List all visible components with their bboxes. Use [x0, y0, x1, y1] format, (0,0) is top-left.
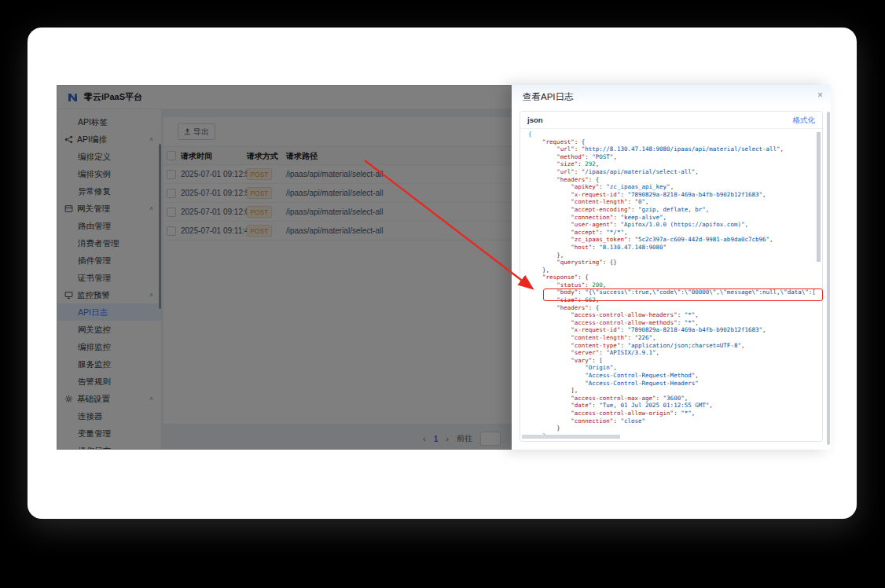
code-line: { — [528, 130, 815, 138]
editor-language-label: json — [527, 116, 543, 124]
code-line: } — [528, 424, 815, 432]
code-line: "access-control-allow-origin": "*", — [528, 410, 815, 417]
editor-header: json 格式化 — [520, 112, 822, 129]
code-line: "Origin", — [528, 364, 815, 372]
code-line: "method": "POST", — [528, 153, 815, 161]
screenshot-canvas: 零云iPaaS平台 API标签API编排∧编排定义编排实例异常修复网关管理∧路由… — [0, 0, 885, 588]
json-editor: json 格式化 { "request": { "url": "http://8… — [520, 111, 823, 442]
code-line: "access-control-allow-headers": "*", — [528, 311, 815, 319]
code-line: "Access-Control-Request-Headers" — [528, 380, 815, 388]
code-line: "vary": [ — [528, 357, 815, 365]
code-line: "user-agent": "Apifox/1.0.0 (https://api… — [528, 221, 815, 229]
format-button[interactable]: 格式化 — [793, 116, 816, 126]
code-line: "querystring": {} — [528, 259, 815, 266]
code-line: "zc_ipaas_token": "5c2c397a-c609-442d-99… — [528, 236, 815, 244]
close-icon[interactable]: × — [817, 90, 823, 101]
drawer-scrollbar[interactable] — [827, 112, 830, 445]
code-line: "accept-encoding": "gzip, deflate, br", — [528, 206, 815, 214]
code-line: "content-length": "226", — [528, 334, 815, 342]
code-line: "x-request-id": "7890829a-8218-469a-b4fb… — [528, 326, 815, 334]
code-area[interactable]: { "request": { "url": "http://8.130.47.1… — [528, 130, 815, 435]
code-line: "access-control-allow-methods": "*", — [528, 319, 815, 327]
code-line: "headers": { — [528, 176, 815, 184]
drawer-title: 查看API日志 — [523, 91, 574, 103]
code-line: "x-request-id": "7890829a-8218-469a-b4fb… — [528, 191, 815, 199]
code-line: "connection": "close" — [528, 417, 815, 425]
code-line: "request": { — [528, 138, 815, 146]
code-line: "size": 292, — [528, 160, 815, 168]
code-line: "date": "Tue, 01 Jul 2025 01:12:55 GMT", — [528, 402, 815, 410]
code-line: "server": "APISIX/3.9.1", — [528, 349, 815, 357]
code-line: "host": "8.130.47.148:9080" — [528, 244, 815, 252]
annotation-highlight-box — [543, 288, 823, 301]
api-log-drawer: 查看API日志 × json 格式化 { "request": { "url":… — [512, 85, 831, 450]
code-line: "headers": { — [528, 304, 815, 312]
editor-vertical-scrollbar[interactable] — [817, 132, 821, 262]
code-line: "url": "http://8.130.47.148:9080/ipaas/a… — [528, 145, 815, 153]
code-line: "Access-Control-Request-Method", — [528, 372, 815, 380]
code-line: }, — [528, 252, 815, 259]
code-line: "response": { — [528, 274, 815, 281]
code-line: "access-control-max-age": "3600", — [528, 395, 815, 402]
code-line: "accept": "*/*", — [528, 229, 815, 237]
code-line: ], — [528, 387, 815, 395]
code-line: }, — [528, 266, 815, 274]
code-line: "content-length": "0", — [528, 198, 815, 206]
code-line: "connection": "keep-alive", — [528, 214, 815, 222]
code-line: "content-type": "application/json;charse… — [528, 342, 815, 350]
code-line: "apikey": "zc_ipaas_api_key", — [528, 183, 815, 191]
code-line: "url": "/ipaas/api/material/select-all", — [528, 168, 815, 176]
editor-horizontal-scrollbar[interactable] — [522, 435, 620, 439]
